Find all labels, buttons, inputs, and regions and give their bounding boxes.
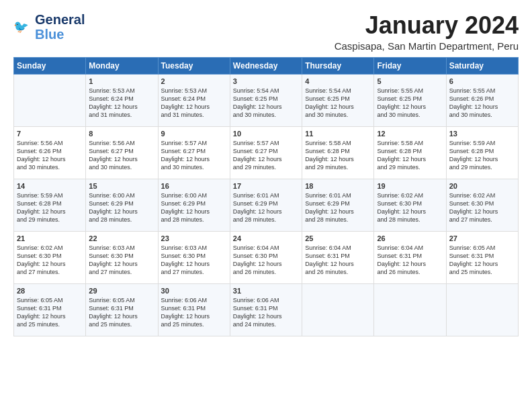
svg-text:🐦: 🐦 xyxy=(13,19,29,34)
calendar-cell: 27Sunrise: 6:05 AM Sunset: 6:31 PM Dayli… xyxy=(446,231,518,283)
cell-sun-info: Sunrise: 6:00 AM Sunset: 6:29 PM Dayligh… xyxy=(89,191,154,224)
calendar-cell: 12Sunrise: 5:58 AM Sunset: 6:28 PM Dayli… xyxy=(374,126,446,179)
calendar-week-row: 28Sunrise: 6:05 AM Sunset: 6:31 PM Dayli… xyxy=(14,283,519,336)
calendar-cell: 8Sunrise: 5:56 AM Sunset: 6:27 PM Daylig… xyxy=(86,126,158,179)
calendar-cell: 24Sunrise: 6:04 AM Sunset: 6:30 PM Dayli… xyxy=(230,231,302,283)
calendar-cell: 18Sunrise: 6:01 AM Sunset: 6:29 PM Dayli… xyxy=(302,179,374,231)
day-number: 23 xyxy=(161,234,227,242)
calendar-cell xyxy=(446,283,518,336)
header-friday: Friday xyxy=(374,57,446,74)
cell-sun-info: Sunrise: 6:04 AM Sunset: 6:31 PM Dayligh… xyxy=(305,244,371,277)
cell-sun-info: Sunrise: 5:54 AM Sunset: 6:25 PM Dayligh… xyxy=(233,87,299,120)
day-number: 11 xyxy=(305,130,371,138)
logo: 🐦 General Blue xyxy=(13,12,85,42)
day-number: 9 xyxy=(161,130,227,138)
cell-sun-info: Sunrise: 6:03 AM Sunset: 6:30 PM Dayligh… xyxy=(89,244,154,277)
logo-line2: Blue xyxy=(35,27,85,42)
day-number: 5 xyxy=(377,77,443,85)
calendar-cell: 15Sunrise: 6:00 AM Sunset: 6:29 PM Dayli… xyxy=(86,179,158,231)
calendar-cell: 23Sunrise: 6:03 AM Sunset: 6:30 PM Dayli… xyxy=(158,231,230,283)
calendar-cell xyxy=(302,283,374,336)
cell-sun-info: Sunrise: 6:05 AM Sunset: 6:31 PM Dayligh… xyxy=(89,296,154,329)
calendar-cell: 13Sunrise: 5:59 AM Sunset: 6:28 PM Dayli… xyxy=(446,126,518,179)
calendar-table: Sunday Monday Tuesday Wednesday Thursday… xyxy=(13,57,519,336)
cell-sun-info: Sunrise: 6:05 AM Sunset: 6:31 PM Dayligh… xyxy=(449,244,515,277)
calendar-cell: 5Sunrise: 5:55 AM Sunset: 6:25 PM Daylig… xyxy=(374,74,446,126)
cell-sun-info: Sunrise: 6:02 AM Sunset: 6:30 PM Dayligh… xyxy=(377,191,443,224)
cell-sun-info: Sunrise: 5:56 AM Sunset: 6:27 PM Dayligh… xyxy=(89,139,154,172)
calendar-cell: 31Sunrise: 6:06 AM Sunset: 6:31 PM Dayli… xyxy=(230,283,302,336)
day-number: 24 xyxy=(233,234,299,242)
cell-sun-info: Sunrise: 5:56 AM Sunset: 6:26 PM Dayligh… xyxy=(17,139,83,172)
header-tuesday: Tuesday xyxy=(158,57,230,74)
calendar-cell: 11Sunrise: 5:58 AM Sunset: 6:28 PM Dayli… xyxy=(302,126,374,179)
calendar-cell: 28Sunrise: 6:05 AM Sunset: 6:31 PM Dayli… xyxy=(14,283,86,336)
calendar-cell: 7Sunrise: 5:56 AM Sunset: 6:26 PM Daylig… xyxy=(14,126,86,179)
cell-sun-info: Sunrise: 6:02 AM Sunset: 6:30 PM Dayligh… xyxy=(17,244,83,277)
day-number: 20 xyxy=(449,182,515,190)
cell-sun-info: Sunrise: 6:00 AM Sunset: 6:29 PM Dayligh… xyxy=(161,191,227,224)
day-number: 26 xyxy=(377,234,443,242)
day-number: 15 xyxy=(89,182,154,190)
calendar-cell: 9Sunrise: 5:57 AM Sunset: 6:27 PM Daylig… xyxy=(158,126,230,179)
cell-sun-info: Sunrise: 5:58 AM Sunset: 6:28 PM Dayligh… xyxy=(305,139,371,172)
day-number: 16 xyxy=(161,182,227,190)
calendar-cell: 25Sunrise: 6:04 AM Sunset: 6:31 PM Dayli… xyxy=(302,231,374,283)
calendar-header-row: Sunday Monday Tuesday Wednesday Thursday… xyxy=(14,57,519,74)
header-monday: Monday xyxy=(86,57,158,74)
calendar-cell: 20Sunrise: 6:02 AM Sunset: 6:30 PM Dayli… xyxy=(446,179,518,231)
day-number: 17 xyxy=(233,182,299,190)
day-number: 3 xyxy=(233,77,299,85)
cell-sun-info: Sunrise: 6:06 AM Sunset: 6:31 PM Dayligh… xyxy=(233,296,299,329)
cell-sun-info: Sunrise: 6:01 AM Sunset: 6:29 PM Dayligh… xyxy=(305,191,371,224)
day-number: 14 xyxy=(17,182,83,190)
calendar-week-row: 21Sunrise: 6:02 AM Sunset: 6:30 PM Dayli… xyxy=(14,231,519,283)
header-thursday: Thursday xyxy=(302,57,374,74)
cell-sun-info: Sunrise: 5:53 AM Sunset: 6:24 PM Dayligh… xyxy=(161,87,227,120)
calendar-week-row: 1Sunrise: 5:53 AM Sunset: 6:24 PM Daylig… xyxy=(14,74,519,126)
day-number: 7 xyxy=(17,130,83,138)
calendar-cell: 30Sunrise: 6:06 AM Sunset: 6:31 PM Dayli… xyxy=(158,283,230,336)
header-saturday: Saturday xyxy=(446,57,518,74)
cell-sun-info: Sunrise: 5:58 AM Sunset: 6:28 PM Dayligh… xyxy=(377,139,443,172)
subtitle: Caspisapa, San Martin Department, Peru xyxy=(335,40,519,52)
calendar-cell: 14Sunrise: 5:59 AM Sunset: 6:28 PM Dayli… xyxy=(14,179,86,231)
day-number: 10 xyxy=(233,130,299,138)
calendar-cell: 26Sunrise: 6:04 AM Sunset: 6:31 PM Dayli… xyxy=(374,231,446,283)
calendar-cell: 17Sunrise: 6:01 AM Sunset: 6:29 PM Dayli… xyxy=(230,179,302,231)
day-number: 18 xyxy=(305,182,371,190)
calendar-cell: 1Sunrise: 5:53 AM Sunset: 6:24 PM Daylig… xyxy=(86,74,158,126)
calendar-cell: 21Sunrise: 6:02 AM Sunset: 6:30 PM Dayli… xyxy=(14,231,86,283)
day-number: 22 xyxy=(89,234,154,242)
calendar-cell: 10Sunrise: 5:57 AM Sunset: 6:27 PM Dayli… xyxy=(230,126,302,179)
month-title: January 2024 xyxy=(335,12,519,39)
logo-icon: 🐦 xyxy=(13,17,32,36)
calendar-cell xyxy=(14,74,86,126)
header-wednesday: Wednesday xyxy=(230,57,302,74)
cell-sun-info: Sunrise: 5:53 AM Sunset: 6:24 PM Dayligh… xyxy=(89,87,154,120)
logo-line1: General xyxy=(35,12,85,27)
calendar-week-row: 7Sunrise: 5:56 AM Sunset: 6:26 PM Daylig… xyxy=(14,126,519,179)
cell-sun-info: Sunrise: 5:59 AM Sunset: 6:28 PM Dayligh… xyxy=(17,191,83,224)
cell-sun-info: Sunrise: 6:04 AM Sunset: 6:31 PM Dayligh… xyxy=(377,244,443,277)
cell-sun-info: Sunrise: 6:04 AM Sunset: 6:30 PM Dayligh… xyxy=(233,244,299,277)
cell-sun-info: Sunrise: 6:06 AM Sunset: 6:31 PM Dayligh… xyxy=(161,296,227,329)
calendar-cell: 19Sunrise: 6:02 AM Sunset: 6:30 PM Dayli… xyxy=(374,179,446,231)
calendar-week-row: 14Sunrise: 5:59 AM Sunset: 6:28 PM Dayli… xyxy=(14,179,519,231)
day-number: 12 xyxy=(377,130,443,138)
title-block: January 2024 Caspisapa, San Martin Depar… xyxy=(335,12,519,52)
calendar-cell: 2Sunrise: 5:53 AM Sunset: 6:24 PM Daylig… xyxy=(158,74,230,126)
calendar-cell: 6Sunrise: 5:55 AM Sunset: 6:26 PM Daylig… xyxy=(446,74,518,126)
day-number: 21 xyxy=(17,234,83,242)
cell-sun-info: Sunrise: 6:01 AM Sunset: 6:29 PM Dayligh… xyxy=(233,191,299,224)
calendar-cell: 22Sunrise: 6:03 AM Sunset: 6:30 PM Dayli… xyxy=(86,231,158,283)
calendar-cell: 16Sunrise: 6:00 AM Sunset: 6:29 PM Dayli… xyxy=(158,179,230,231)
cell-sun-info: Sunrise: 6:05 AM Sunset: 6:31 PM Dayligh… xyxy=(17,296,83,329)
day-number: 2 xyxy=(161,77,227,85)
day-number: 4 xyxy=(305,77,371,85)
calendar-cell: 29Sunrise: 6:05 AM Sunset: 6:31 PM Dayli… xyxy=(86,283,158,336)
day-number: 30 xyxy=(161,287,227,295)
day-number: 1 xyxy=(89,77,154,85)
cell-sun-info: Sunrise: 6:03 AM Sunset: 6:30 PM Dayligh… xyxy=(161,244,227,277)
cell-sun-info: Sunrise: 5:55 AM Sunset: 6:26 PM Dayligh… xyxy=(449,87,515,120)
